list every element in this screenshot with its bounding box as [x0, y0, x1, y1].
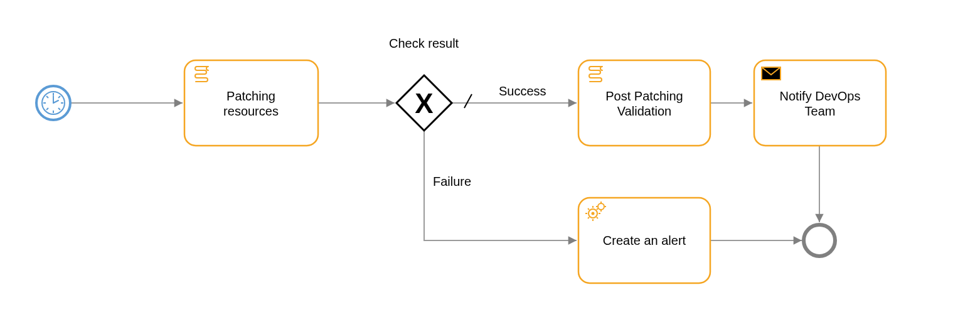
task-patching-resources: Patching resources — [184, 60, 318, 146]
gateway-x-icon: X — [415, 88, 433, 119]
flow-label-failure: Failure — [433, 175, 471, 188]
task-notify-line2: Team — [805, 104, 836, 118]
svg-rect-14 — [184, 60, 318, 146]
flow-failure: Failure — [424, 130, 577, 240]
flow-label-success: Success — [499, 84, 546, 98]
flow-success: Success — [452, 84, 577, 108]
task-patching-line1: Patching — [226, 89, 275, 103]
gateway-label: Check result — [389, 36, 459, 50]
task-notify-line1: Notify DevOps — [780, 89, 861, 103]
task-patching-line2: resources — [223, 104, 279, 118]
svg-line-27 — [597, 208, 598, 210]
task-post-patching-validation: Post Patching Validation — [578, 60, 710, 146]
start-event-timer — [36, 86, 70, 120]
svg-rect-16 — [578, 60, 710, 146]
svg-line-1 — [464, 94, 472, 108]
end-event — [804, 225, 835, 256]
svg-point-21 — [592, 212, 595, 215]
message-icon — [762, 67, 780, 80]
task-notify-devops: Notify DevOps Team — [754, 60, 886, 146]
svg-point-35 — [804, 225, 835, 256]
task-validation-line2: Validation — [617, 104, 671, 118]
task-alert-line1: Create an alert — [603, 234, 686, 247]
gateway-check-result: Check result X — [389, 36, 459, 131]
task-validation-line1: Post Patching — [605, 89, 683, 103]
svg-line-28 — [588, 217, 589, 218]
svg-line-29 — [597, 217, 598, 218]
task-create-alert: Create an alert — [578, 198, 710, 283]
svg-line-26 — [588, 208, 589, 210]
